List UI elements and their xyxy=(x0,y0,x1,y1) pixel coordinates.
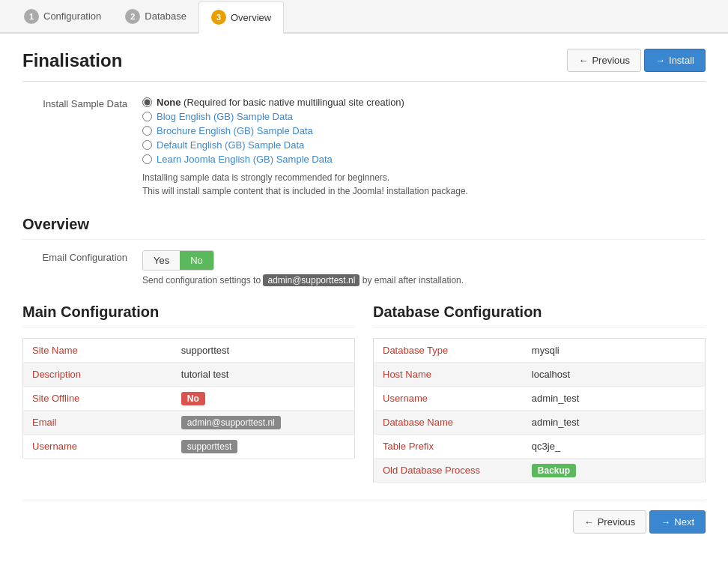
username-value-badge: supporttest xyxy=(181,440,237,453)
note-line2: This will install sample content that is… xyxy=(142,186,468,196)
sample-data-label: Install Sample Data xyxy=(22,97,142,109)
db-type-value: mysqli xyxy=(523,339,706,363)
arrow-right-icon-install xyxy=(655,55,665,66)
tab-database[interactable]: 2 Database xyxy=(113,1,198,33)
table-row: Table Prefix qc3je_ xyxy=(374,435,706,459)
toggle-no-button[interactable]: No xyxy=(180,251,213,270)
page-title: Finalisation xyxy=(22,50,122,71)
tab-badge-2: 2 xyxy=(125,9,140,24)
send-text-before: Send configuration settings to xyxy=(142,275,261,286)
db-prefix-label: Table Prefix xyxy=(374,435,523,459)
sample-data-section: Install Sample Data None (Required for b… xyxy=(22,97,706,198)
db-host-label: Host Name xyxy=(374,363,523,387)
tab-badge-3: 3 xyxy=(211,10,226,25)
radio-brochure-input[interactable] xyxy=(142,126,152,136)
radio-brochure-label: Brochure English (GB) Sample Data xyxy=(157,125,313,136)
install-button[interactable]: Install xyxy=(644,49,706,72)
table-row: Host Name localhost xyxy=(374,363,706,387)
db-host-value: localhost xyxy=(523,363,706,387)
db-name-value: admin_test xyxy=(523,411,706,435)
main-description-label: Description xyxy=(23,363,172,387)
next-button-bottom[interactable]: Next xyxy=(649,510,706,534)
previous-label-top: Previous xyxy=(592,55,630,66)
toggle-group: Yes No xyxy=(142,250,214,271)
main-email-value: admin@supporttest.nl xyxy=(172,411,355,435)
db-old-process-label: Old Database Process xyxy=(374,459,523,483)
radio-default-label: Default English (GB) Sample Data xyxy=(157,139,304,151)
tab-label-database: Database xyxy=(145,10,186,22)
tab-configuration[interactable]: 1 Configuration xyxy=(12,1,113,33)
db-type-label: Database Type xyxy=(374,339,523,363)
main-site-name-label: Site Name xyxy=(23,339,172,363)
main-config-col: Main Configuration Site Name supporttest… xyxy=(22,303,355,483)
arrow-left-icon-top xyxy=(578,55,588,66)
main-description-value: tutorial test xyxy=(172,363,355,387)
db-username-value: admin_test xyxy=(523,387,706,411)
previous-button-top[interactable]: Previous xyxy=(567,49,641,72)
radio-blog[interactable]: Blog English (GB) Sample Data xyxy=(142,111,706,122)
radio-learn[interactable]: Learn Joomla English (GB) Sample Data xyxy=(142,154,706,165)
backup-badge: Backup xyxy=(532,464,576,477)
site-offline-badge: No xyxy=(181,392,205,405)
radio-none-input[interactable] xyxy=(142,97,152,107)
email-config-label: Email Configuration xyxy=(22,250,142,263)
header-btn-group: Previous Install xyxy=(567,49,706,72)
note-line1: Installing sample data is strongly recom… xyxy=(142,172,389,183)
main-site-offline-label: Site Offline xyxy=(23,387,172,411)
table-row: Database Name admin_test xyxy=(374,411,706,435)
table-row: Database Type mysqli xyxy=(374,339,706,363)
toggle-yes-button[interactable]: Yes xyxy=(143,251,180,270)
email-value-badge: admin@supporttest.nl xyxy=(181,416,281,429)
page-header: Finalisation Previous Install xyxy=(22,49,706,82)
table-row: Description tutorial test xyxy=(23,363,355,387)
db-config-title: Database Configuration xyxy=(373,303,706,327)
email-config-row: Email Configuration Yes No Send configur… xyxy=(22,250,706,286)
radio-blog-label: Blog English (GB) Sample Data xyxy=(157,111,293,122)
send-config-text: Send configuration settings to admin@sup… xyxy=(142,275,706,286)
send-text-after: by email after installation. xyxy=(363,275,464,286)
tabs-bar: 1 Configuration 2 Database 3 Overview xyxy=(0,0,728,34)
overview-title: Overview xyxy=(22,216,706,240)
radio-none-label: None (Required for basic native multilin… xyxy=(157,97,404,108)
db-config-col: Database Configuration Database Type mys… xyxy=(373,303,706,483)
arrow-left-icon-bottom xyxy=(584,516,594,528)
table-row: Username admin_test xyxy=(374,387,706,411)
radio-blog-input[interactable] xyxy=(142,112,152,121)
radio-learn-input[interactable] xyxy=(142,154,152,164)
previous-label-bottom: Previous xyxy=(598,516,636,528)
table-row: Email admin@supporttest.nl xyxy=(23,411,355,435)
tab-overview[interactable]: 3 Overview xyxy=(198,1,284,34)
db-old-process-value: Backup xyxy=(523,459,706,483)
db-prefix-value: qc3je_ xyxy=(523,435,706,459)
previous-button-bottom[interactable]: Previous xyxy=(573,510,647,534)
email-address-badge: admin@supporttest.nl xyxy=(263,274,360,286)
main-username-value: supporttest xyxy=(172,435,355,459)
main-username-label: Username xyxy=(23,435,172,459)
main-config-title: Main Configuration xyxy=(22,303,355,327)
table-row: Username supporttest xyxy=(23,435,355,459)
main-email-label: Email xyxy=(23,411,172,435)
db-name-label: Database Name xyxy=(374,411,523,435)
radio-none[interactable]: None (Required for basic native multilin… xyxy=(142,97,706,108)
radio-brochure[interactable]: Brochure English (GB) Sample Data xyxy=(142,125,706,136)
two-col-section: Main Configuration Site Name supporttest… xyxy=(22,303,706,483)
bottom-nav: Previous Next xyxy=(22,501,706,540)
table-row: Site Name supporttest xyxy=(23,339,355,363)
tab-label-overview: Overview xyxy=(231,12,271,23)
table-row: Old Database Process Backup xyxy=(374,459,706,483)
email-config-value: Yes No Send configuration settings to ad… xyxy=(142,250,706,286)
sample-data-note: Installing sample data is strongly recom… xyxy=(142,171,706,198)
page-content: Finalisation Previous Install Install Sa… xyxy=(0,34,728,555)
install-label: Install xyxy=(669,55,694,66)
radio-learn-label: Learn Joomla English (GB) Sample Data xyxy=(157,154,333,165)
sample-data-row: Install Sample Data None (Required for b… xyxy=(22,97,706,198)
radio-default-input[interactable] xyxy=(142,140,152,150)
db-config-table: Database Type mysqli Host Name localhost… xyxy=(373,338,706,483)
tab-label-configuration: Configuration xyxy=(43,10,101,22)
table-row: Site Offline No xyxy=(23,387,355,411)
overview-section: Overview Email Configuration Yes No Send… xyxy=(22,216,706,286)
main-site-offline-value: No xyxy=(172,387,355,411)
main-site-name-value: supporttest xyxy=(172,339,355,363)
main-config-table: Site Name supporttest Description tutori… xyxy=(22,338,355,459)
radio-default[interactable]: Default English (GB) Sample Data xyxy=(142,139,706,151)
